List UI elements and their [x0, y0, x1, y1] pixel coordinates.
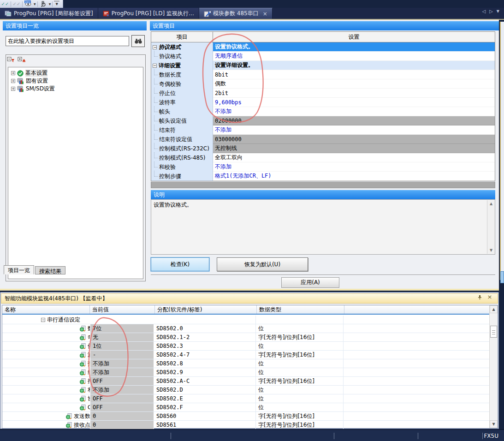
search-button[interactable] — [131, 35, 145, 47]
monitor-name-cell[interactable]: −串行通信设定 — [2, 316, 90, 324]
tab-close-icon[interactable]: × — [263, 11, 267, 17]
settings-item-label[interactable]: 和校验 — [151, 162, 213, 172]
device-view-eye-icon[interactable]: Dev — [24, 0, 32, 7]
settings-item-label[interactable]: 控制模式(RS-485) — [151, 153, 213, 162]
settings-item-label[interactable]: 协议格式 — [151, 52, 213, 61]
monitor-name-cell[interactable]: 和校验 — [2, 386, 90, 394]
expand-all-icon[interactable] — [18, 57, 25, 65]
document-tab[interactable]: 模块参数 485串口× — [199, 8, 273, 19]
monitor-row[interactable]: 接收点数的监控0SD8561字[无符号]/位列[16位] — [2, 421, 489, 429]
monitor-row[interactable]: 协议OFFSD8502.E位 — [2, 394, 489, 403]
toolbar-overflow-icon[interactable]: ▼ — [54, 1, 59, 7]
settings-value[interactable]: 设置协议格式。 — [213, 42, 495, 52]
monitor-row[interactable]: 波特率-SD8502.4-7字[无符号]/位列[16位] — [2, 351, 489, 359]
settings-item-label[interactable]: 结束符 — [151, 125, 213, 135]
tree-item[interactable]: +SM/SD设置 — [8, 85, 143, 93]
monitor-name-cell[interactable]: 结束符 — [2, 368, 90, 376]
monitor-row[interactable]: 报头不添加SD8502.8位 — [2, 359, 489, 368]
settings-value[interactable]: 8bit — [213, 70, 495, 79]
settings-value[interactable]: 偶数 — [213, 79, 495, 89]
close-icon[interactable]: × — [486, 293, 493, 301]
settings-value[interactable]: 格式1(无添加CR、LF) — [213, 172, 495, 181]
settings-value[interactable]: 不添加 — [213, 162, 495, 172]
settings-row[interactable]: −协议格式设置协议格式。 — [151, 42, 495, 52]
settings-item-label[interactable]: 帧头 — [151, 107, 213, 116]
settings-value[interactable]: 02000000 — [213, 116, 495, 125]
tree-item[interactable]: +基本设置 — [8, 69, 143, 77]
scroll-down-icon[interactable]: ▼ — [487, 247, 495, 254]
settings-value[interactable]: 全双工双向 — [213, 153, 495, 162]
settings-row[interactable]: 和校验不添加 — [151, 162, 495, 172]
monitor-row[interactable]: 发送数据的剩余点数0SD8560字[无符号]/位列[16位] — [2, 412, 489, 421]
settings-row[interactable]: 控制模式(RS-485)全双工双向 — [151, 153, 495, 162]
monitor-row[interactable]: 控制模式OFFSD8502.A-C字[无符号]/位列[16位] — [2, 377, 489, 386]
settings-row[interactable]: 数据长度8bit — [151, 70, 495, 79]
monitor-row[interactable]: −串行通信设定 — [2, 316, 489, 324]
settings-value[interactable]: 无顺序通信 — [213, 52, 495, 61]
settings-item-label[interactable]: 帧头设定值 — [151, 116, 213, 125]
apply-button[interactable]: 应用(A) — [281, 277, 339, 288]
settings-item-label[interactable]: 数据长度 — [151, 70, 213, 79]
settings-item-label[interactable]: −协议格式 — [151, 42, 213, 52]
search-dropdown-icon[interactable]: ▼ — [49, 2, 51, 6]
scrollbar-thumb[interactable] — [490, 326, 497, 338]
monitor-scrollbar[interactable]: ▲ ▼ — [489, 305, 498, 428]
settings-value[interactable]: 不添加 — [213, 107, 495, 116]
settings-row[interactable]: 波特率9,600bps — [151, 98, 495, 107]
settings-value[interactable]: 03000000 — [213, 135, 495, 144]
settings-row[interactable]: 结束符不添加 — [151, 125, 495, 135]
collapse-icon[interactable]: − — [153, 64, 157, 68]
settings-row[interactable]: 停止位2bit — [151, 89, 495, 98]
tab-scroll-left-icon[interactable]: ◁ — [482, 9, 486, 14]
expand-icon[interactable]: + — [11, 71, 15, 75]
settings-row[interactable]: 控制模式(RS-232C)无控制线 — [151, 144, 495, 153]
double-check-icon[interactable]: ✓✓ — [1, 0, 9, 7]
settings-item-label[interactable]: 波特率 — [151, 98, 213, 107]
expand-icon[interactable]: + — [11, 87, 15, 91]
settings-value[interactable]: 2bit — [213, 89, 495, 98]
search-input[interactable] — [6, 36, 129, 46]
settings-row[interactable]: 奇偶校验偶数 — [151, 79, 495, 89]
settings-item-label[interactable]: 控制步骤 — [151, 172, 213, 181]
settings-value[interactable]: 设置详细设置。 — [213, 61, 495, 70]
settings-value[interactable]: 不添加 — [213, 125, 495, 135]
settings-item-label[interactable]: 控制模式(RS-232C) — [151, 144, 213, 153]
restore-default-button[interactable]: 恢复为默认(U) — [217, 257, 308, 271]
monitor-row[interactable]: CR/LFOFFSD8502.F位 — [2, 403, 489, 412]
monitor-name-cell[interactable]: 控制模式 — [2, 377, 90, 385]
tab-search-result[interactable]: 搜索结果 — [35, 266, 65, 274]
monitor-titlebar[interactable]: 智能功能模块监视4(485串口) 【监看中】 — [1, 293, 498, 304]
settings-item-label[interactable]: 停止位 — [151, 89, 213, 98]
settings-row[interactable]: −详细设置设置详细设置。 — [151, 61, 495, 70]
collapse-all-icon[interactable] — [7, 57, 15, 65]
settings-item-label[interactable]: 结束符设定值 — [151, 135, 213, 144]
settings-item-label[interactable]: −详细设置 — [151, 61, 213, 70]
description-scrollbar[interactable]: ▲ ▼ — [487, 200, 494, 254]
tab-item-list[interactable]: 项目一览 — [4, 265, 34, 274]
device-search-icon[interactable] — [39, 0, 47, 7]
monitor-row[interactable]: 停止位1位SD8502.3位 — [2, 342, 489, 351]
monitor-row[interactable]: 结束符不添加SD8502.9位 — [2, 368, 489, 377]
monitor-name-cell[interactable]: 协议 — [2, 394, 90, 403]
collapse-icon[interactable]: − — [153, 45, 157, 49]
settings-row[interactable]: 帧头设定值02000000 — [151, 116, 495, 125]
monitor-name-cell[interactable]: 发送数据的剩余点数 — [2, 412, 90, 420]
monitor-row[interactable]: 奇偶校验无SD8502.1-2字[无符号]/位列[16位] — [2, 333, 489, 342]
monitor-name-cell[interactable]: CR/LF — [2, 403, 90, 411]
document-tab[interactable]: ProgPou [PRG] [LD] 监视执行… — [98, 8, 199, 19]
collapse-icon[interactable]: − — [41, 318, 45, 322]
settings-value[interactable]: 无控制线 — [213, 144, 495, 153]
check-button[interactable]: 检查(K) — [151, 257, 209, 271]
monitor-name-cell[interactable]: 数据长度 — [2, 324, 90, 333]
auto-hide-pin-icon[interactable] — [476, 294, 483, 300]
monitor-name-cell[interactable]: 波特率 — [2, 351, 90, 359]
stamp-icon[interactable]: ✓✓ — [12, 0, 21, 7]
settings-row[interactable]: 帧头不添加 — [151, 107, 495, 116]
tab-list-dropdown-icon[interactable]: ▼ — [497, 9, 499, 13]
settings-value[interactable]: 9,600bps — [213, 98, 495, 107]
document-tab[interactable]: ProgPou [PRG] [局部标签设置] — [0, 8, 98, 19]
scroll-up-icon[interactable]: ▲ — [490, 305, 498, 313]
settings-row[interactable]: 结束符设定值03000000 — [151, 135, 495, 144]
settings-row[interactable]: 协议格式无顺序通信 — [151, 52, 495, 61]
tab-scroll-right-icon[interactable]: ▷ — [489, 9, 493, 14]
